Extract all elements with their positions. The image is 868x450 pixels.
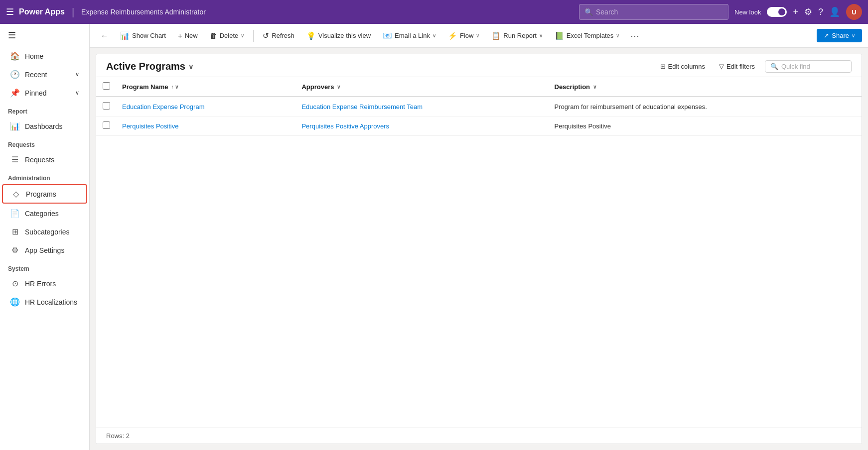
- select-all-checkbox[interactable]: [103, 82, 110, 90]
- section-label-administration: Administration: [0, 169, 89, 184]
- email-link-button[interactable]: 📧 Email a Link ∨: [378, 29, 441, 43]
- more-options-button[interactable]: ⋯: [626, 28, 643, 43]
- hr-errors-icon: ⊙: [10, 279, 20, 288]
- table-container: Program Name ↑ ∨ Approvers ∨: [96, 77, 862, 428]
- global-search[interactable]: 🔍: [579, 4, 728, 20]
- subcategories-icon: ⊞: [10, 227, 20, 236]
- new-icon: +: [178, 31, 182, 40]
- refresh-icon: ↺: [263, 31, 269, 40]
- header-row: Program Name ↑ ∨ Approvers ∨: [96, 77, 862, 97]
- header-approvers[interactable]: Approvers ∨: [295, 77, 548, 97]
- visualize-button[interactable]: 💡 Visualize this view: [301, 29, 376, 43]
- sidebar-item-hr-localizations[interactable]: 🌐 HR Localizations: [2, 293, 87, 311]
- sidebar-item-app-settings[interactable]: ⚙ App Settings: [2, 241, 87, 259]
- sidebar-item-subcategories[interactable]: ⊞ Subcategories: [2, 223, 87, 240]
- sidebar-item-requests[interactable]: ☰ Requests: [2, 151, 87, 168]
- excel-icon: 📗: [555, 31, 564, 40]
- sidebar-item-home[interactable]: 🏠 Home: [2, 47, 87, 65]
- add-icon[interactable]: +: [793, 7, 798, 17]
- env-name: Expense Reimbursements Administrator: [81, 8, 206, 16]
- table-footer: Rows: 2: [96, 428, 862, 444]
- sidebar-item-recent[interactable]: 🕐 Recent ∨: [2, 66, 87, 83]
- app-settings-icon: ⚙: [10, 245, 20, 255]
- requests-icon: ☰: [10, 155, 20, 164]
- share-button[interactable]: ↗ Share ∨: [817, 29, 862, 42]
- avatar[interactable]: U: [846, 4, 862, 20]
- top-nav: ☰ Power Apps | Expense Reimbursements Ad…: [0, 0, 868, 24]
- header-description[interactable]: Description ∨: [549, 77, 862, 97]
- toolbar-separator-1: [253, 30, 254, 42]
- categories-icon: 📄: [10, 209, 20, 218]
- search-icon: 🔍: [584, 8, 593, 16]
- show-chart-icon: 📊: [120, 31, 130, 40]
- sidebar-item-label: App Settings: [25, 246, 64, 254]
- pinned-icon: 📌: [10, 88, 20, 98]
- table-row: Perquisites Positive Perquisites Positiv…: [96, 116, 862, 136]
- approvers-sort-icon: ∨: [337, 84, 340, 90]
- excel-templates-button[interactable]: 📗 Excel Templates ∨: [550, 29, 624, 43]
- email-icon: 📧: [383, 31, 392, 40]
- share-icon: ↗: [824, 32, 829, 39]
- hr-localizations-icon: 🌐: [10, 297, 20, 307]
- edit-filters-icon: ▽: [719, 63, 724, 70]
- app-body: ☰ 🏠 Home 🕐 Recent ∨ 📌 Pinned ∨ Report 📊 …: [0, 24, 868, 450]
- edit-columns-button[interactable]: ⊞ Edit columns: [656, 61, 709, 72]
- visualize-icon: 💡: [306, 31, 316, 40]
- nav-divider: |: [72, 6, 74, 18]
- view-title[interactable]: Active Programs ∨: [106, 61, 193, 72]
- search-input[interactable]: [596, 8, 723, 16]
- sidebar-item-categories[interactable]: 📄 Categories: [2, 205, 87, 222]
- programs-icon: ◇: [11, 189, 21, 199]
- description-sort-icon: ∨: [593, 84, 596, 90]
- home-icon: 🏠: [10, 51, 20, 61]
- back-button[interactable]: ←: [96, 29, 113, 42]
- sidebar-item-hr-errors[interactable]: ⊙ HR Errors: [2, 275, 87, 292]
- sidebar-item-dashboards[interactable]: 📊 Dashboards: [2, 117, 87, 135]
- approvers-link[interactable]: Education Expense Reimbursement Team: [301, 103, 423, 111]
- program-name-sort-icon: ↑ ∨: [171, 84, 178, 90]
- notifications-icon[interactable]: 👤: [829, 6, 840, 17]
- page-area: Active Programs ∨ ⊞ Edit columns ▽ Edit …: [90, 48, 868, 450]
- program-name-link[interactable]: Perquisites Positive: [122, 122, 178, 130]
- header-program-name[interactable]: Program Name ↑ ∨: [116, 77, 295, 97]
- quick-find-icon: 🔍: [770, 63, 778, 70]
- table-row: Education Expense Program Education Expe…: [96, 97, 862, 116]
- run-report-dropdown-arrow: ∨: [539, 33, 543, 38]
- delete-button[interactable]: 🗑 Delete ∨: [205, 29, 250, 42]
- row-description: Perquisites Positive: [549, 116, 862, 136]
- row-checkbox[interactable]: [103, 102, 110, 110]
- new-button[interactable]: + New: [173, 29, 203, 42]
- top-nav-left: ☰ Power Apps | Expense Reimbursements Ad…: [6, 6, 573, 18]
- section-label-requests: Requests: [0, 135, 89, 150]
- sidebar-item-label: Requests: [25, 156, 54, 164]
- sidebar-item-programs[interactable]: ◇ Programs: [2, 184, 87, 204]
- back-icon: ←: [101, 31, 108, 40]
- show-chart-button[interactable]: 📊 Show Chart: [115, 29, 171, 43]
- row-checkbox[interactable]: [103, 121, 110, 129]
- sidebar-hamburger[interactable]: ☰: [0, 24, 89, 47]
- new-look-toggle[interactable]: [767, 7, 787, 17]
- settings-icon[interactable]: ⚙: [804, 6, 812, 17]
- email-dropdown-arrow: ∨: [433, 33, 436, 38]
- flow-button[interactable]: ⚡ Flow ∨: [443, 29, 484, 43]
- help-icon[interactable]: ?: [818, 7, 823, 17]
- program-name-link[interactable]: Education Expense Program: [122, 103, 204, 111]
- sidebar-item-pinned[interactable]: 📌 Pinned ∨: [2, 84, 87, 102]
- run-report-button[interactable]: 📋 Run Report ∨: [486, 29, 547, 43]
- data-table: Program Name ↑ ∨ Approvers ∨: [96, 77, 862, 136]
- chevron-down-icon: ∨: [75, 90, 79, 96]
- section-label-report: Report: [0, 102, 89, 117]
- dashboards-icon: 📊: [10, 121, 20, 131]
- row-program-name: Perquisites Positive: [116, 116, 295, 136]
- edit-filters-button[interactable]: ▽ Edit filters: [715, 61, 759, 72]
- refresh-button[interactable]: ↺ Refresh: [258, 29, 299, 43]
- edit-columns-icon: ⊞: [660, 63, 666, 70]
- approvers-link[interactable]: Perquisites Positive Approvers: [301, 122, 389, 130]
- app-name: Power Apps: [19, 7, 65, 16]
- quick-find-input[interactable]: [781, 63, 846, 70]
- view-header: Active Programs ∨ ⊞ Edit columns ▽ Edit …: [96, 54, 862, 77]
- quick-find[interactable]: 🔍: [765, 60, 852, 73]
- sidebar-item-label: HR Localizations: [25, 298, 77, 306]
- hamburger-icon[interactable]: ☰: [6, 6, 14, 17]
- rows-count: Rows: 2: [106, 432, 130, 440]
